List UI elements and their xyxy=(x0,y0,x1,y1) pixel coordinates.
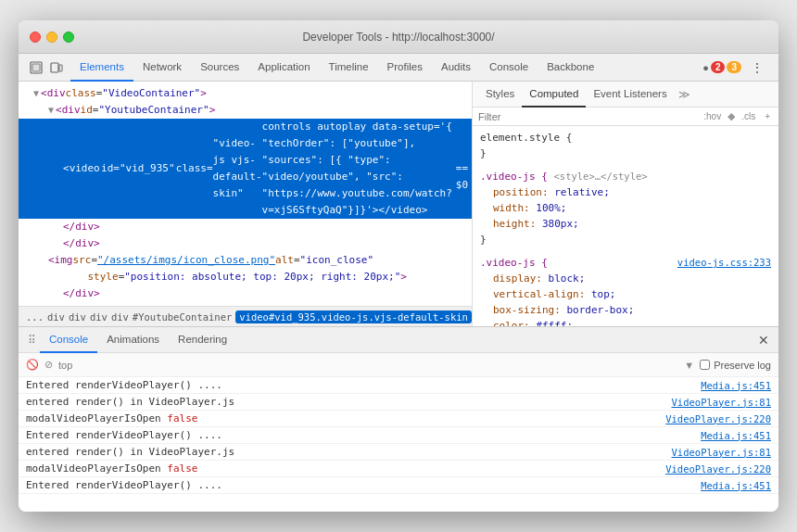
filter-hov-button[interactable]: :hov xyxy=(701,110,724,122)
breadcrumb: ... div div div div #YoutubeContainer vi… xyxy=(19,306,472,326)
dom-line[interactable]: </div> xyxy=(19,235,472,252)
styles-content[interactable]: element.style { } .video-js { <style>…</… xyxy=(473,126,778,326)
console-source-link[interactable]: VideoPlayer.js:220 xyxy=(658,413,771,424)
console-row: Entered renderVideoPlayer() .... Media.j… xyxy=(19,427,778,444)
more-button[interactable]: ⋮ xyxy=(747,60,767,75)
filter-add-button[interactable]: + xyxy=(762,110,773,122)
style-rule: .video-js { video-js.css:233 display: bl… xyxy=(480,255,771,326)
devtools-window: Developer Tools - http://localhost:3000/… xyxy=(19,20,778,512)
arrow-icon: ▼ xyxy=(33,85,39,102)
breadcrumb-item-active[interactable]: video#vid_935.video-js.vjs-default-skin xyxy=(235,310,472,323)
device-icon[interactable] xyxy=(48,59,65,76)
svg-rect-2 xyxy=(51,63,58,72)
tab-audits[interactable]: Audits xyxy=(432,54,480,82)
console-toolbar: ⠿ Console Animations Rendering ✕ xyxy=(19,327,778,353)
style-tab-styles[interactable]: Styles xyxy=(478,82,522,108)
console-source-link[interactable]: VideoPlayer.js:81 xyxy=(664,447,771,458)
style-source-link[interactable]: video-js.css:233 xyxy=(677,255,771,271)
dom-line-selected[interactable]: <video id="vid_935" class="video-js vjs-… xyxy=(19,119,472,219)
console-row: entered render() in VideoPlayer.js Video… xyxy=(19,394,778,411)
error-badge: 2 xyxy=(711,61,726,73)
console-row: entered render() in VideoPlayer.js Video… xyxy=(19,444,778,461)
console-row: modalVideoPlayerIsOpen false VideoPlayer… xyxy=(19,461,778,477)
close-button[interactable] xyxy=(30,32,41,43)
console-source-link[interactable]: Media.js:451 xyxy=(693,380,771,391)
console-filter-input[interactable] xyxy=(58,360,678,371)
dom-content[interactable]: ▼<div class="VideoContainer"> ▼<div id="… xyxy=(19,82,472,306)
dom-line[interactable]: style="position: absolute; top: 20px; ri… xyxy=(19,269,472,285)
styles-panel: Styles Computed Event Listeners ≫ :hov ◆… xyxy=(473,82,778,326)
title-bar: Developer Tools - http://localhost:3000/ xyxy=(19,20,778,54)
window-title: Developer Tools - http://localhost:3000/ xyxy=(302,31,494,44)
arrow-icon: ▼ xyxy=(48,102,54,119)
style-tab-computed[interactable]: Computed xyxy=(522,82,586,108)
dom-line[interactable]: ▼<div class="VideoContainer"> xyxy=(19,85,472,102)
dom-line[interactable]: </div> xyxy=(19,285,472,302)
console-panel: ⠿ Console Animations Rendering ✕ 🚫 ⊘ ▼ P… xyxy=(19,326,778,512)
console-tab-rendering[interactable]: Rendering xyxy=(169,327,236,353)
tab-timeline[interactable]: Timeline xyxy=(320,54,378,82)
console-row: modalVideoPlayerIsOpen false VideoPlayer… xyxy=(19,411,778,427)
styles-tabs: Styles Computed Event Listeners ≫ xyxy=(473,82,778,108)
tab-application[interactable]: Application xyxy=(248,54,319,82)
breadcrumb-item[interactable]: div xyxy=(90,311,108,323)
dom-line[interactable]: ▼<div id="YoutubeContainer"> xyxy=(19,102,472,119)
filter-input[interactable] xyxy=(478,111,697,122)
dom-line[interactable]: </div> xyxy=(19,219,472,235)
maximize-button[interactable] xyxy=(63,32,74,43)
breadcrumb-item[interactable]: ... xyxy=(26,311,44,323)
warning-badge: 3 xyxy=(727,61,741,73)
filter-icon[interactable]: ⊘ xyxy=(44,359,53,371)
filter-dropdown-icon[interactable]: ▼ xyxy=(684,360,694,371)
console-close-button[interactable]: ✕ xyxy=(754,333,773,348)
tabs-bar: Elements Network Sources Application Tim… xyxy=(19,54,778,82)
console-source-link[interactable]: VideoPlayer.js:81 xyxy=(664,397,771,408)
preserve-log-label[interactable]: Preserve log xyxy=(700,360,771,371)
tab-elements[interactable]: Elements xyxy=(70,54,133,82)
drag-handle[interactable]: ⠿ xyxy=(24,334,40,347)
style-rule: .video-js { <style>…</style> position: r… xyxy=(480,169,771,247)
svg-rect-1 xyxy=(32,64,40,71)
console-toolbar-right: ✕ xyxy=(754,333,773,348)
filter-cls-button[interactable]: .cls xyxy=(739,110,758,122)
console-source-link[interactable]: Media.js:451 xyxy=(693,480,771,491)
tab-sources[interactable]: Sources xyxy=(191,54,248,82)
tab-icons xyxy=(22,59,70,76)
breadcrumb-item[interactable]: div xyxy=(111,311,129,323)
dom-line[interactable]: <img src="/assets/imgs/icon_close.png" a… xyxy=(19,252,472,269)
svg-rect-3 xyxy=(59,65,62,71)
tab-network[interactable]: Network xyxy=(133,54,191,82)
main-content: ▼<div class="VideoContainer"> ▼<div id="… xyxy=(19,82,778,326)
console-row: Entered renderVideoPlayer() .... Media.j… xyxy=(19,477,778,494)
console-filter-bar: 🚫 ⊘ ▼ Preserve log xyxy=(19,353,778,377)
breadcrumb-item[interactable]: div xyxy=(47,311,65,323)
console-tab-animations[interactable]: Animations xyxy=(97,327,169,353)
dom-panel: ▼<div class="VideoContainer"> ▼<div id="… xyxy=(19,82,473,326)
styles-tab-more[interactable]: ≫ xyxy=(678,88,690,101)
traffic-lights xyxy=(30,32,74,43)
console-row: Entered renderVideoPlayer() .... Media.j… xyxy=(19,377,778,394)
style-tab-event-listeners[interactable]: Event Listeners xyxy=(586,82,674,108)
console-content[interactable]: Entered renderVideoPlayer() .... Media.j… xyxy=(19,377,778,512)
tab-backbone[interactable]: Backbone xyxy=(538,54,603,82)
breadcrumb-item[interactable]: div xyxy=(69,311,86,323)
tabs-bar-right: ● 2 3 ⋮ xyxy=(702,60,775,75)
tab-console[interactable]: Console xyxy=(480,54,538,82)
inspect-icon[interactable] xyxy=(28,59,44,76)
style-rule: element.style { } xyxy=(480,130,771,161)
console-tab-console[interactable]: Console xyxy=(40,327,97,353)
minimize-button[interactable] xyxy=(46,32,57,43)
preserve-log-checkbox[interactable] xyxy=(700,360,710,370)
breadcrumb-item[interactable]: #YoutubeContainer xyxy=(133,311,232,323)
filter-bar: :hov ◆ .cls + xyxy=(473,108,778,126)
console-source-link[interactable]: Media.js:451 xyxy=(693,430,771,441)
tab-profiles[interactable]: Profiles xyxy=(378,54,432,82)
clear-console-icon[interactable]: 🚫 xyxy=(26,359,39,371)
console-source-link[interactable]: VideoPlayer.js:220 xyxy=(658,463,771,475)
